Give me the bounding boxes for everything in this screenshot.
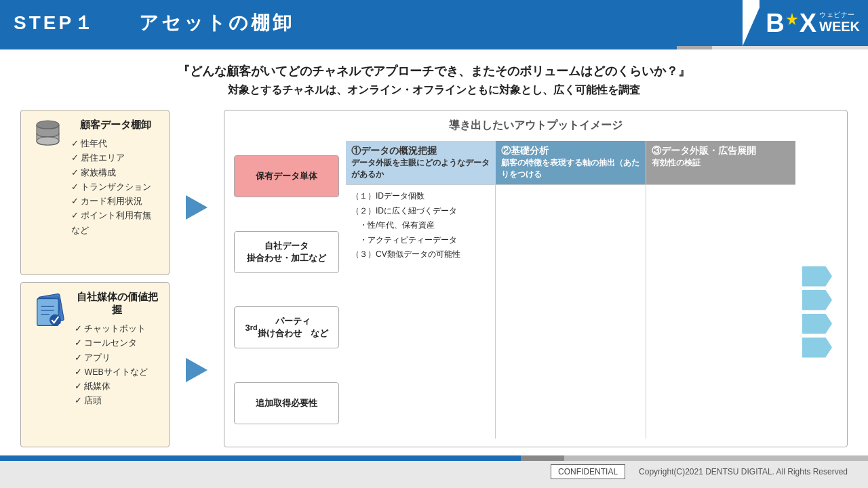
arrow-column <box>180 110 213 447</box>
column-3: ③データ外販・広告展開 有効性の検証 <box>646 141 795 439</box>
media-value-content: 自社媒体の価値把握 チャットボット コールセンタ アプリ WEBサイトなど 紙媒… <box>75 291 159 409</box>
list-item: チャットボット <box>75 322 159 336</box>
list-item: ポイント利用有無 など <box>71 209 159 238</box>
list-item: カード利用状況 <box>71 195 159 209</box>
footer: CONFIDENTIAL Copyright(C)2021 DENTSU DIG… <box>0 455 868 488</box>
arrow-chevron <box>802 266 832 287</box>
col2-arrows <box>802 266 837 358</box>
media-value-list: チャットボット コールセンタ アプリ WEBサイトなど 紙媒体 店頭 <box>75 322 159 409</box>
data-box-3[interactable]: 3rdパーティ掛け合わせ など <box>234 306 339 348</box>
media-value-title: 自社媒体の価値把握 <box>75 291 159 317</box>
logo-x: X <box>800 10 816 36</box>
columns-area: ①データの概況把握 データ外販を主眼にどのようなデータがあるか （１）IDデータ… <box>346 141 795 439</box>
column-1: ①データの概況把握 データ外販を主眼にどのようなデータがあるか （１）IDデータ… <box>346 141 496 439</box>
list-item: 居住エリア <box>71 151 159 165</box>
col2-body <box>496 185 645 439</box>
logo-week-text: WEEK <box>819 20 860 33</box>
col3-subtitle: 有効性の検証 <box>652 158 701 167</box>
data-box-2[interactable]: 自社データ掛合わせ・加工など <box>234 231 339 273</box>
column-2: ②基礎分析 顧客の特徴を表現する軸の抽出（あたりをつける <box>496 141 646 439</box>
header: STEP１ アセットの棚卸 B X ウェビナー WEEK <box>0 0 868 46</box>
arrow-chevron <box>802 314 832 334</box>
svg-marker-0 <box>786 13 798 25</box>
left-column: 顧客データ棚卸 性年代 居住エリア 家族構成 トランザクション カード利用状況 … <box>20 110 170 447</box>
database-icon <box>33 119 63 149</box>
media-value-box: 自社媒体の価値把握 チャットボット コールセンタ アプリ WEBサイトなど 紙媒… <box>20 282 170 447</box>
col3-header: ③データ外販・広告展開 有効性の検証 <box>646 141 795 185</box>
subtitle-sub: 対象とするチャネルは、オンライン・オフラインともに対象とし、広く可能性を調査 <box>27 83 841 98</box>
data-box-4[interactable]: 追加取得必要性 <box>234 382 339 424</box>
center-boxes: 保有データ単体 自社データ掛合わせ・加工など 3rdパーティ掛け合わせ など 追… <box>234 141 339 439</box>
customer-data-box: 顧客データ棚卸 性年代 居住エリア 家族構成 トランザクション カード利用状況 … <box>20 110 170 275</box>
col1-num: ①データの概況把握 <box>351 145 437 156</box>
footer-stripe <box>0 455 868 461</box>
right-arrows <box>802 141 837 439</box>
arrow-right-2 <box>186 358 208 382</box>
list-item: トランザクション <box>71 180 159 195</box>
logo-star-icon <box>786 13 798 33</box>
col3-num: ③データ外販・広告展開 <box>652 145 756 156</box>
logo-bx: B <box>766 10 784 36</box>
list-item: 性年代 <box>71 137 159 151</box>
col2-subtitle: 顧客の特徴を表現する軸の抽出（あたりをつける <box>501 158 639 179</box>
logo-area: B X ウェビナー WEEK <box>760 0 868 46</box>
right-area: 導き出したいアウトプットイメージ 保有データ単体 自社データ掛合わせ・加工など … <box>224 110 848 447</box>
document-icon <box>32 291 67 330</box>
list-item: コールセンタ <box>75 336 159 350</box>
svg-point-9 <box>50 314 61 326</box>
list-item: 店頭 <box>75 394 159 408</box>
col2-num: ②基礎分析 <box>501 145 549 156</box>
right-inner: 保有データ単体 自社データ掛合わせ・加工など 3rdパーティ掛け合わせ など 追… <box>234 141 837 439</box>
list-item: 紙媒体 <box>75 380 159 394</box>
logo-webinar-text: ウェビナー <box>819 10 860 20</box>
col1-header: ①データの概況把握 データ外販を主眼にどのようなデータがあるか <box>346 141 495 185</box>
data-box-1[interactable]: 保有データ単体 <box>234 155 339 197</box>
customer-data-list: 性年代 居住エリア 家族構成 トランザクション カード利用状況 ポイント利用有無… <box>71 137 159 238</box>
list-item: 家族構成 <box>71 166 159 180</box>
col1-subtitle: データ外販を主眼にどのようなデータがあるか <box>351 158 490 179</box>
confidential-badge: CONFIDENTIAL <box>551 464 625 479</box>
svg-point-2 <box>37 137 59 145</box>
arrow-right-1 <box>186 195 208 220</box>
page-title: STEP１ アセットの棚卸 <box>14 10 294 36</box>
right-area-title: 導き出したいアウトプットイメージ <box>234 119 837 133</box>
db-icon <box>31 119 64 149</box>
arrow-chevron <box>802 290 832 310</box>
list-item: WEBサイトなど <box>75 365 159 380</box>
col2-header: ②基礎分析 顧客の特徴を表現する軸の抽出（あたりをつける <box>496 141 645 185</box>
logo-box: B X ウェビナー WEEK <box>766 10 860 36</box>
doc-icon <box>31 291 68 330</box>
customer-data-title: 顧客データ棚卸 <box>71 119 159 131</box>
arrow-chevron <box>802 338 832 358</box>
footer-copyright: Copyright(C)2021 DENTSU DIGITAL. All Rig… <box>639 467 848 476</box>
col1-body: （１）IDデータ個数 （２）IDに広く紐づくデータ ・性/年代、保有資産 ・アク… <box>346 185 495 439</box>
main-content: 顧客データ棚卸 性年代 居住エリア 家族構成 トランザクション カード利用状況 … <box>0 104 868 454</box>
subtitle-main: 『どんな顧客がいてどのチャネルでアプローチでき、またそのボリュームはどのくらいか… <box>27 63 841 79</box>
list-item: アプリ <box>75 351 159 365</box>
subtitle-area: 『どんな顧客がいてどのチャネルでアプローチでき、またそのボリュームはどのくらいか… <box>0 49 868 104</box>
customer-data-content: 顧客データ棚卸 性年代 居住エリア 家族構成 トランザクション カード利用状況 … <box>71 119 159 238</box>
col3-body <box>646 185 795 439</box>
